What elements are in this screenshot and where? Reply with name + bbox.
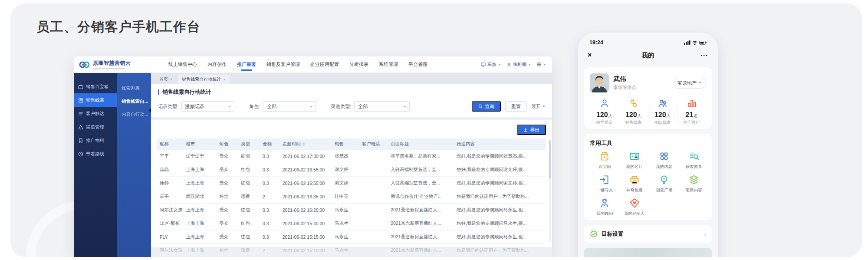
role-select[interactable]: 全部 <box>263 101 316 112</box>
col-role[interactable]: 角色 <box>217 138 238 150</box>
sort-icon[interactable] <box>302 143 305 146</box>
export-button[interactable]: 导出 <box>517 125 546 135</box>
table-row[interactable]: FLY上海上海受众红包0.32021-06-02 15:15:00马永生2021… <box>157 230 546 244</box>
col-type[interactable]: 类型 <box>238 138 260 150</box>
stat-team-leads[interactable]: 120人 团队线索 <box>648 98 677 129</box>
cell <box>359 177 388 190</box>
nav-online-sales-center[interactable]: 线上销售中心 <box>168 56 197 72</box>
nav-system-mgmt[interactable]: 系统管理 <box>379 56 398 72</box>
cell: 2021-06-02 15:10:00 <box>280 244 332 257</box>
record-type-select[interactable]: 激励记录 <box>181 101 234 112</box>
col-page-title[interactable]: 页面标题 <box>388 138 454 150</box>
tool-magic-package[interactable]: 神奇包裹 <box>620 174 650 193</box>
cell: 0.3 <box>260 177 280 190</box>
submenu-content-self-action[interactable]: 内容自行动... <box>117 108 151 121</box>
col-city[interactable]: 城市 <box>183 138 217 150</box>
close-icon[interactable]: × <box>170 77 172 82</box>
sidebar-item-sales-toolbox[interactable]: 销售百宝箱 <box>74 80 117 93</box>
title-accent-bar <box>158 89 159 95</box>
filter-section: 销售线索自行动统计 记录类型: 激励记录 角色: <box>151 84 552 117</box>
col-push-content[interactable]: 推送内容 <box>454 138 546 150</box>
tab-lead-stats[interactable]: 销售线索自行动统计× <box>178 75 229 84</box>
col-start-time[interactable]: 发起时间 <box>280 138 332 150</box>
tool-label: 项目内容 <box>686 188 702 193</box>
nav-promotion-acquisition[interactable]: 推广获客 <box>237 56 256 72</box>
workspace-switcher[interactable]: 乐游 <box>481 62 501 68</box>
nav-content-creation[interactable]: 内容创作 <box>207 56 227 72</box>
col-sales[interactable]: 销售 <box>332 138 359 150</box>
sidebar-item-tour-route[interactable]: 带看路线 <box>74 147 117 161</box>
account-menu[interactable]: 张相卿 <box>507 62 531 68</box>
stat-fans-audience[interactable]: 120人 粉丝受众 <box>590 98 619 129</box>
sidebar-item-sales-leads[interactable]: 销售线索 <box>74 93 117 107</box>
channel-type-select[interactable]: 全部 <box>354 101 410 112</box>
search-button[interactable]: 查询 <box>472 101 501 112</box>
avatar[interactable] <box>590 73 609 92</box>
phone-mockup: 19:24 × 我的 ··· <box>578 33 718 257</box>
cell: 受众 <box>217 217 238 230</box>
reset-button[interactable]: 重置 <box>505 101 527 112</box>
cell <box>359 150 388 163</box>
table-row[interactable]: 平平辽宁辽宁受众红包0.32021-06-02 17:30:00张慧杰和平双名苑… <box>157 150 546 163</box>
heart-badge-icon <box>629 197 640 209</box>
cell: 上海上海 <box>183 244 217 257</box>
col-customer-phone[interactable]: 客户电话 <box>359 138 388 150</box>
tab-home[interactable]: 首页× <box>155 75 176 84</box>
expand-toggle[interactable]: 展开 <box>531 103 545 110</box>
nav-sales-customer-mgmt[interactable]: 销售及客户管理 <box>266 56 300 72</box>
tool-label: 创意广场 <box>656 188 672 193</box>
cell: 辰子 <box>157 190 183 204</box>
top-navbar: 原圈智慧营销云 线上销售中心 内容创作 推广获客 销售及客户管理 企业应用配置 … <box>74 56 552 73</box>
stat-sales-leads[interactable]: 120人 销售线索 <box>619 98 648 129</box>
more-menu-icon[interactable]: ··· <box>700 52 708 59</box>
tool-creative-plaza[interactable]: 创意广场 <box>649 174 679 193</box>
cell: 您好,我是您的专属顾问谢文婷,很... <box>454 177 546 190</box>
grid-circles-icon <box>658 151 670 162</box>
brand-logo[interactable]: 原圈智慧营销云 <box>79 59 168 69</box>
cell: 马永生 <box>332 204 359 217</box>
scrollbar-thumb[interactable] <box>549 140 551 178</box>
select-value: 全部 <box>358 103 368 110</box>
tool-my-content[interactable]: 我的内容 <box>649 151 679 170</box>
table-row[interactable]: 阿尔法女孩上海上海受众红包0.32021-06-02 16:20:00马永生20… <box>157 204 546 217</box>
cell: 2021悬念新房直播红人... <box>388 244 454 257</box>
nav-platform-mgmt[interactable]: 平台管理 <box>408 56 427 72</box>
table-row[interactable]: 辰子武汉湖北粉丝话费22021-06-02 16:35:00叶中英腾讯合作伙伴-… <box>157 190 546 204</box>
nav-enterprise-app-config[interactable]: 企业应用配置 <box>310 56 339 72</box>
tool-acquisition-effect[interactable]: 获客效果 <box>679 151 709 170</box>
col-nickname[interactable]: 昵称 <box>157 138 183 150</box>
sidebar-item-promo-materials[interactable]: 推广物料 <box>74 134 117 147</box>
tab-label: 首页 <box>159 76 168 82</box>
submenu-lead-list[interactable]: 线索列表 <box>117 82 151 95</box>
tool-one-click-import[interactable]: 一键导入 <box>590 174 620 193</box>
tool-my-card[interactable]: 我的名片 <box>620 151 650 170</box>
table-row[interactable]: ぼざ-船长上海上海受众红包0.32021-06-02 15:40:00马永生20… <box>157 217 546 230</box>
brand-name: 原圈智慧营销云 <box>93 59 131 67</box>
col-amount[interactable]: 金额 <box>260 138 280 150</box>
tool-treasure-box[interactable]: 百宝箱 <box>590 151 620 170</box>
language-switcher[interactable] <box>537 62 546 67</box>
treasure-box-icon <box>599 151 610 162</box>
list-icon <box>78 111 83 116</box>
workspace-name: 乐游 <box>487 62 496 68</box>
sidebar-item-customer-reach[interactable]: 客户触达 <box>74 107 117 120</box>
org-switcher[interactable]: 宝龙地产 <box>673 78 706 89</box>
table-scrollbar[interactable] <box>549 140 551 242</box>
tool-my-broker[interactable]: 我的经纪人 <box>620 197 650 217</box>
close-icon[interactable]: × <box>223 77 225 82</box>
cell: 红包 <box>238 204 260 217</box>
cell: 马永生 <box>332 230 359 244</box>
nav-analytics-report[interactable]: 分析报表 <box>349 56 368 72</box>
stat-unit: 人 <box>608 113 613 118</box>
goal-setting-card[interactable]: 目标设置 › <box>584 225 712 243</box>
submenu-lead-self-action-stats[interactable]: 销售线索自... <box>117 95 151 108</box>
tool-project-content[interactable]: 项目内容 <box>679 174 709 193</box>
tool-my-advisor[interactable]: 我的顾问 <box>590 197 620 217</box>
cell: 话费 <box>238 244 260 257</box>
record-type-label: 记录类型: <box>158 103 178 110</box>
stat-promo-ranking[interactable]: 21名 推广排行 <box>677 98 706 129</box>
table-row[interactable]: 徐静上海上海受众红包0.32021-06-02 16:55:00谢文婷入驻高端别… <box>157 177 546 190</box>
sidebar-item-channel-mgmt[interactable]: 渠道管理 <box>74 120 117 134</box>
table-row[interactable]: 晶晶上海上海受众红包0.32021-06-02 16:55:00谢文婷入驻高端别… <box>157 163 546 177</box>
table-row[interactable]: 阿尔法女孩上海上海粉丝话费22021-06-02 15:10:00马永生2021… <box>157 244 546 257</box>
